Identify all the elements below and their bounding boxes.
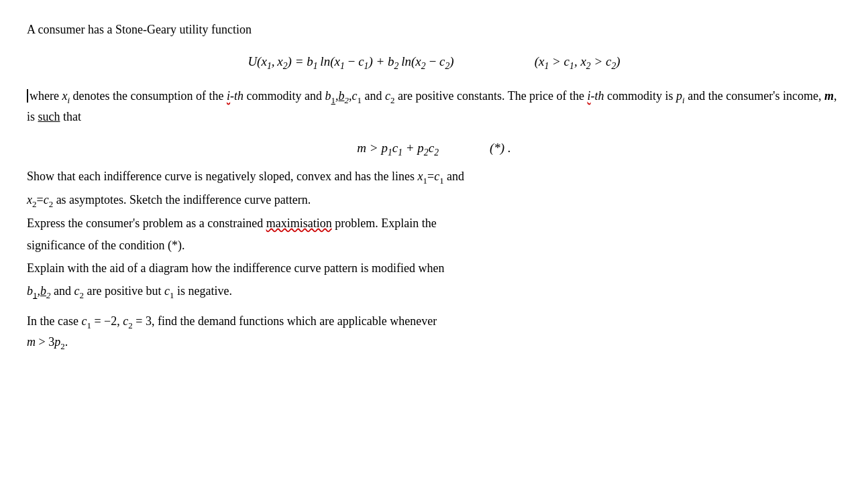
utility-formula-left: U(x1, x2) = b1 ln(x1 − c1) + b2 ln(x2 − … <box>248 52 453 74</box>
final-paragraph: In the case c1 = −2, c2 = 3, find the de… <box>27 312 841 353</box>
cursor-indicator: where xi denotes the consumption of the … <box>27 89 836 123</box>
question-2: Express the consumer's problem as a cons… <box>27 214 841 234</box>
question-1: Show that each indifference curve is neg… <box>27 167 841 188</box>
constraint-formula: m > p1c1 + p2c2 (*) . <box>27 138 841 160</box>
main-content: A consumer has a Stone-Geary utility fun… <box>27 20 841 353</box>
utility-formula-block: U(x1, x2) = b1 ln(x1 − c1) + b2 ln(x2 − … <box>27 52 841 74</box>
description-paragraph: where xi denotes the consumption of the … <box>27 86 841 127</box>
question-1b: x2=c2 as asymptotes. Sketch the indiffer… <box>27 190 841 211</box>
intro-text: A consumer has a Stone-Geary utility fun… <box>27 20 841 40</box>
question-3: Explain with the aid of a diagram how th… <box>27 259 841 279</box>
utility-formula-constraint-inline: (x1 > c1, x2 > c2) <box>535 52 620 74</box>
question-3b: b1,b2 and c2 are positive but c1 is nega… <box>27 282 841 302</box>
question-2b: significance of the condition (*). <box>27 236 841 256</box>
questions-section: Show that each indifference curve is neg… <box>27 167 841 302</box>
